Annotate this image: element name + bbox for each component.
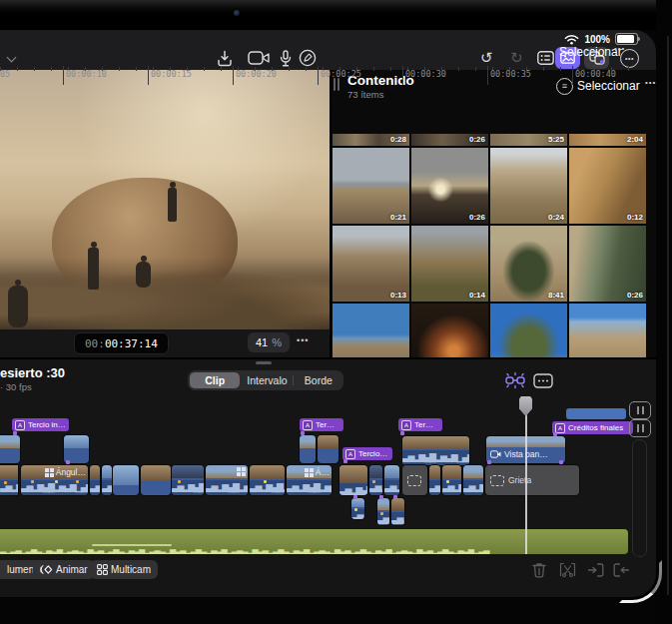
multicam-button[interactable]: Multicam <box>90 560 158 579</box>
title-clip[interactable]: ACréditos finales <box>552 421 633 434</box>
storyline-clip[interactable] <box>172 465 204 495</box>
delete-icon[interactable] <box>530 561 547 578</box>
timeline-overview-icon[interactable] <box>533 373 553 392</box>
media-thumbnail[interactable]: 0:28 <box>333 134 409 146</box>
connected-clip[interactable] <box>0 435 20 463</box>
ruler-label: 00:00:20 <box>236 69 277 79</box>
title-clip[interactable]: ATercio… <box>342 447 392 460</box>
storyline-clip[interactable]: Á… <box>287 465 332 495</box>
media-thumbnail[interactable]: 5:25 <box>490 134 567 146</box>
title-clip[interactable]: ATer… <box>300 418 343 431</box>
chevron-down-icon[interactable] <box>8 54 16 62</box>
undo-icon[interactable]: ↺ <box>480 50 493 65</box>
blade-cut-icon[interactable] <box>559 561 576 578</box>
zoom-unit: % <box>272 336 282 348</box>
title-clip[interactable]: ATercio in… <box>12 418 69 431</box>
connected-clip[interactable] <box>300 435 316 463</box>
clip-label-row: Ángul… <box>45 467 86 477</box>
redo-icon[interactable]: ↻ <box>510 50 523 65</box>
animar-button[interactable]: Animar <box>33 560 95 579</box>
ruler-label: 00:00:15 <box>151 69 192 79</box>
timeline-drag-handle[interactable] <box>256 361 272 364</box>
storyline-clip[interactable] <box>369 465 382 495</box>
media-thumbnail[interactable]: 8:41 <box>490 226 567 302</box>
clip-thumbnail <box>429 465 440 478</box>
storyline-clip[interactable] <box>0 465 18 495</box>
media-thumbnail[interactable]: 0:26 <box>411 148 488 224</box>
viewer-video-frame[interactable] <box>0 70 330 329</box>
wifi-icon <box>564 34 579 45</box>
viewer-more-icon[interactable]: ••• <box>297 335 309 345</box>
connected-clip-below[interactable] <box>391 498 404 525</box>
connected-clip-below[interactable] <box>351 498 364 519</box>
storyline-clip[interactable] <box>90 465 100 495</box>
clip-waveform <box>206 480 248 495</box>
clip-thumbnail <box>402 436 469 449</box>
storyline-clip[interactable] <box>463 465 483 495</box>
timeline-more-icon[interactable]: ••• <box>614 44 625 53</box>
tab-intervalo[interactable]: Intervalo <box>242 372 292 388</box>
device-bezel-top <box>0 0 672 30</box>
connected-clip[interactable] <box>402 436 469 465</box>
title-clip-label: Tercio… <box>358 449 387 458</box>
placeholder-clip[interactable]: Grieta <box>402 465 427 495</box>
volumen-label: lumen <box>7 564 34 575</box>
import-icon[interactable] <box>214 48 236 68</box>
project-title: esierto :30 <box>0 365 65 380</box>
placeholder-clip-grieta[interactable]: Grieta <box>485 465 579 495</box>
storyline-clip[interactable] <box>250 465 285 495</box>
inspector-icon[interactable] <box>534 48 556 68</box>
lane-toggle-button[interactable] <box>629 401 651 419</box>
clip-label-row: Á… <box>305 467 330 477</box>
storyline-clip[interactable] <box>102 465 112 495</box>
annotate-pencil-icon[interactable] <box>297 48 319 68</box>
timecode-display[interactable]: 00:00:37:14 <box>74 332 169 354</box>
clip-waveform <box>429 480 440 495</box>
storyline-clip-angulo[interactable]: Ángul… <box>21 465 88 495</box>
camera-icon[interactable] <box>245 48 273 68</box>
clip-waveform <box>287 480 332 495</box>
media-thumbnail[interactable]: 0:24 <box>490 148 567 224</box>
media-thumbnail[interactable]: 0:12 <box>569 148 646 224</box>
storyline-clip[interactable] <box>113 465 139 495</box>
clip-duration: 8:41 <box>548 291 564 300</box>
zoom-level-control[interactable]: 41% <box>248 332 290 352</box>
storyline-clip[interactable] <box>384 465 399 495</box>
audio-clip[interactable] <box>0 529 628 554</box>
storyline-clip[interactable] <box>339 465 367 495</box>
timeline-ruler[interactable]: 05 00:00:10 00:00:15 00:00:20 00:00:25 0… <box>0 66 656 86</box>
microphone-icon[interactable] <box>275 48 297 68</box>
connected-clip[interactable] <box>318 435 338 463</box>
connect-clip-icon[interactable] <box>503 371 527 393</box>
media-thumbnail[interactable]: 2:04 <box>569 134 646 146</box>
connection-marker <box>400 431 404 435</box>
connection-marker <box>559 460 563 464</box>
timeline-vertical-scrollbar[interactable] <box>632 439 647 557</box>
storyline-clip[interactable] <box>206 465 248 495</box>
lane-toggle-button[interactable] <box>629 419 651 437</box>
title-clip[interactable]: ATer… <box>398 418 442 431</box>
tab-clip[interactable]: Clip <box>190 372 240 388</box>
edit-mode-segmented-control: Clip Intervalo Borde <box>188 370 343 390</box>
timeline-clip[interactable] <box>566 408 626 419</box>
media-thumbnail[interactable]: 0:13 <box>333 226 409 302</box>
media-thumbnail[interactable]: 0:14 <box>411 226 488 302</box>
storyline-clip[interactable] <box>429 465 440 495</box>
media-thumbnail[interactable]: 0:26 <box>569 226 646 302</box>
title-icon: A <box>345 449 355 459</box>
media-thumbnail[interactable]: 0:26 <box>411 134 488 146</box>
storyline-clip[interactable] <box>141 465 171 495</box>
connected-clip-below[interactable] <box>377 498 389 525</box>
storyline-clip[interactable] <box>442 465 461 495</box>
marker <box>372 480 375 483</box>
connection-marker <box>301 431 305 435</box>
clip-duration: 2:04 <box>627 135 643 144</box>
connected-clip[interactable] <box>64 435 89 463</box>
connection-marker <box>487 460 491 464</box>
media-thumbnail[interactable]: 0:21 <box>333 148 409 224</box>
title-icon: A <box>303 420 313 430</box>
tab-borde[interactable]: Borde <box>294 372 343 388</box>
playhead-line[interactable] <box>525 401 527 554</box>
timeline-select-button[interactable]: Seleccionar <box>559 45 622 59</box>
insert-left-icon[interactable] <box>587 561 604 578</box>
